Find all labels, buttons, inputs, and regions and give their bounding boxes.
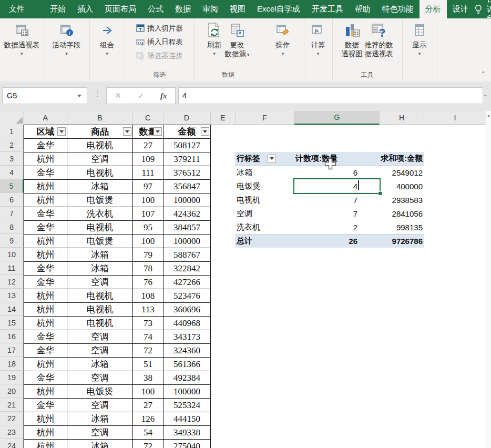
column-header-E[interactable]: E: [211, 111, 236, 125]
table-cell[interactable]: 金华: [24, 221, 67, 235]
row-header-11[interactable]: 11: [0, 261, 24, 275]
tab-design[interactable]: 设计: [447, 0, 474, 18]
formula-bar[interactable]: 4: [178, 87, 483, 104]
table-cell[interactable]: 100: [133, 385, 163, 399]
table-cell[interactable]: 电饭煲: [67, 194, 133, 207]
tab-excel-self-study[interactable]: Excel自学成: [251, 0, 306, 18]
table-cell[interactable]: 73: [133, 317, 163, 330]
row-header-9[interactable]: 9: [0, 234, 24, 248]
table-cell[interactable]: 金华: [24, 139, 67, 152]
table-cell[interactable]: 356847: [163, 180, 211, 194]
table-cell[interactable]: 95: [133, 221, 163, 235]
row-header-13[interactable]: 13: [0, 289, 24, 302]
tab-review[interactable]: 审阅: [197, 0, 224, 18]
table-cell[interactable]: 电视机: [67, 221, 133, 235]
tab-analyze[interactable]: 分析: [420, 0, 447, 18]
selected-cell-outline[interactable]: [293, 178, 381, 194]
table-cell[interactable]: 空调: [67, 399, 133, 412]
row-labels-filter-button[interactable]: [268, 155, 276, 163]
row-header-3[interactable]: 3: [0, 152, 24, 166]
table-cell[interactable]: 523476: [163, 289, 211, 303]
pivot-cell[interactable]: 7: [294, 207, 380, 220]
enter-icon[interactable]: ✓: [138, 91, 145, 100]
pivot-cell[interactable]: 冰箱: [235, 166, 294, 179]
table-cell[interactable]: 100: [133, 235, 163, 248]
table-cell[interactable]: 冰箱: [67, 412, 133, 426]
table-cell[interactable]: 杭州: [24, 180, 67, 194]
table-cell[interactable]: 54: [133, 426, 163, 440]
pivot-header-cell[interactable]: 行标签: [235, 152, 294, 166]
row-header-4[interactable]: 4: [0, 166, 24, 179]
formula-bar-expand-icon[interactable]: ⌄: [483, 91, 488, 98]
tab-home[interactable]: 开始: [44, 0, 71, 18]
table-cell[interactable]: 561366: [163, 358, 211, 371]
table-cell[interactable]: 72: [133, 344, 163, 358]
formula-bar-splitter[interactable]: ⋮: [94, 89, 100, 98]
tab-file[interactable]: 文件: [0, 0, 34, 18]
table-cell[interactable]: 384857: [163, 221, 211, 235]
table-cell[interactable]: 空调: [67, 330, 133, 344]
row-header-15[interactable]: 15: [0, 316, 24, 330]
row-header-16[interactable]: 16: [0, 330, 24, 343]
table-cell[interactable]: 杭州: [24, 152, 67, 166]
table-cell[interactable]: 343173: [163, 330, 211, 344]
pivot-cell[interactable]: 2549012: [380, 166, 424, 179]
pivottable-button[interactable]: 数据透视表 ▾: [4, 18, 40, 81]
row-header-18[interactable]: 18: [0, 357, 24, 371]
insert-slicer-button[interactable]: 插入切片器: [136, 23, 183, 34]
table-cell[interactable]: 349338: [163, 426, 211, 440]
pivot-cell[interactable]: 电饭煲: [235, 179, 294, 193]
pivot-cell[interactable]: 400000: [380, 179, 424, 193]
table-cell[interactable]: 冰箱: [67, 248, 133, 262]
table-cell[interactable]: 525324: [163, 399, 211, 412]
tab-developer[interactable]: 开发工具: [306, 0, 349, 18]
row-header-22[interactable]: 22: [0, 412, 24, 425]
table-cell[interactable]: 杭州: [24, 248, 67, 262]
table-cell[interactable]: 360696: [163, 303, 211, 317]
insert-function-icon[interactable]: fx: [160, 91, 167, 100]
tab-page-layout[interactable]: 页面布局: [99, 0, 142, 18]
table-cell[interactable]: 冰箱: [67, 262, 133, 276]
table-cell[interactable]: 金华: [24, 262, 67, 276]
table-cell[interactable]: 76: [133, 276, 163, 289]
tab-formulas[interactable]: 公式: [142, 0, 169, 18]
row-header-23[interactable]: 23: [0, 425, 24, 439]
table-cell[interactable]: 金华: [24, 207, 67, 221]
row-header-7[interactable]: 7: [0, 207, 24, 220]
table-cell[interactable]: 杭州: [24, 426, 67, 440]
row-header-5[interactable]: 5: [0, 179, 24, 193]
row-header-2[interactable]: 2: [0, 138, 24, 152]
table-cell[interactable]: 27: [133, 139, 163, 152]
collapse-ribbon-icon[interactable]: ⌃: [481, 70, 486, 77]
pivot-total-cell[interactable]: 总计: [235, 234, 294, 248]
row-header-10[interactable]: 10: [0, 248, 24, 261]
column-header-F[interactable]: F: [236, 111, 295, 125]
table-cell[interactable]: 107: [133, 207, 163, 221]
table-cell[interactable]: 100000: [163, 235, 211, 248]
table-cell[interactable]: 杭州: [24, 440, 67, 448]
tab-data[interactable]: 数据: [169, 0, 197, 18]
table-cell[interactable]: 275040: [163, 440, 211, 448]
table-cell[interactable]: 洗衣机: [67, 207, 133, 221]
name-box[interactable]: G5: [2, 87, 87, 104]
table-cell[interactable]: 376512: [163, 166, 211, 180]
table-cell[interactable]: 492384: [163, 371, 211, 385]
table-cell[interactable]: 空调: [67, 276, 133, 289]
tab-help[interactable]: 帮助: [349, 0, 376, 18]
table-cell[interactable]: 109: [133, 152, 163, 166]
table-cell[interactable]: 空调: [67, 152, 133, 166]
filter-button[interactable]: [123, 127, 131, 136]
row-header-6[interactable]: 6: [0, 193, 24, 207]
table-cell[interactable]: 杭州: [24, 385, 67, 399]
vertical-scrollbar[interactable]: ▲: [486, 111, 491, 448]
name-box-dropdown-icon[interactable]: [77, 95, 81, 97]
table-cell[interactable]: 电视机: [67, 166, 133, 180]
column-header-B[interactable]: B: [67, 111, 133, 125]
table-cell[interactable]: 440968: [163, 317, 211, 330]
table-cell[interactable]: 379211: [163, 152, 211, 166]
table-cell[interactable]: 100000: [163, 385, 211, 399]
row-header-14[interactable]: 14: [0, 302, 24, 316]
filter-button[interactable]: [201, 127, 209, 136]
column-header-D[interactable]: D: [163, 111, 211, 125]
pivot-cell[interactable]: 2938583: [380, 193, 424, 207]
